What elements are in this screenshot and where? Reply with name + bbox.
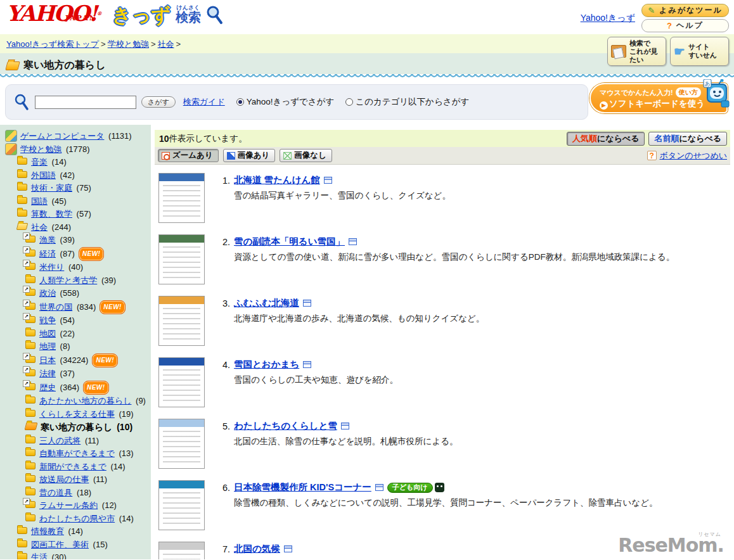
yahoo-kids-link[interactable]: Yahoo!きっず [581,13,635,24]
site-suggest-button[interactable]: ☛ サイトすいせん [670,37,729,66]
sidebar-category-link[interactable]: 昔の道具 [39,488,72,497]
breadcrumb: Yahoo!きっず検索トップ>学校と勉強>社会> [6,39,183,49]
result-thumbnail[interactable] [158,480,205,530]
result-title-link[interactable]: 北海道 雪たんけん館 [234,174,320,186]
button-legend-link[interactable]: ボタンのせつめい [660,150,727,162]
sidebar-category-link[interactable]: 地図 [39,329,56,338]
result-thumbnail[interactable] [158,173,205,223]
no-image-icon [283,152,292,160]
sidebar-category-link[interactable]: 経済 [39,249,56,258]
result-title-link[interactable]: 日本除雪機製作所 KID'Sコーナー [234,481,371,493]
sidebar-category-link[interactable]: 漁業 [39,235,56,245]
thumbnail-header [159,358,204,366]
breadcrumb-link[interactable]: Yahoo!きっず検索トップ [6,39,99,49]
result-number: 4. [216,360,230,370]
result-thumbnail[interactable] [158,234,205,284]
filter-button-no-image[interactable]: 画像なし [280,149,332,162]
sort-button-popularity[interactable]: 人気順にならべる [567,132,645,146]
yomigana-tool-button[interactable]: ✎ よみがなツール [641,4,729,17]
category-count: (244) [49,222,71,232]
sidebar-category-link[interactable]: 地理 [39,341,56,351]
breadcrumb-link[interactable]: 学校と勉強 [108,39,149,49]
thumbnail-text-lines [163,431,200,463]
result-thumbnail[interactable] [158,357,205,407]
radio-search-category[interactable] [345,98,353,106]
result-thumbnail[interactable] [158,296,205,346]
sidebar-category-link[interactable]: 三人の武将 [39,436,80,445]
folder-icon [17,553,27,559]
result-description: 北海道庁や北海道の歩み、北海道の気候、もの知りクイズなど。 [234,313,484,324]
sidebar-category-link[interactable]: 世界の国 [39,302,72,312]
result-title-link[interactable]: 雪国とおかまち [234,359,299,371]
sidebar-category-link[interactable]: 米作り [39,262,64,272]
folder-arrow-icon [25,289,35,296]
sidebar-category-link[interactable]: 技術・家庭 [31,183,72,193]
category-count: (8) [58,341,70,351]
howto-bubble[interactable]: 使い方 [676,87,701,98]
folder-icon [25,449,35,456]
sidebar-category-link[interactable]: 生活 [31,552,48,559]
sidebar-category-link[interactable]: 国語 [31,196,48,206]
result-description: 資源としての雪の使い道、新潟に雪が多い理由など。雪国のくらしに関するPDF教材。… [234,251,674,263]
new-window-icon [324,177,332,184]
sidebar-item: ゲームとコンピュータ (1131) [0,130,151,143]
result-title-link[interactable]: ふむふむ北海道 [234,297,299,309]
sort-button-name[interactable]: 名前順にならべる [648,132,727,146]
sidebar-category-link[interactable]: 歴史 [39,383,56,392]
help-button[interactable]: ? ヘルプ [641,19,729,32]
filter-button-zoom[interactable]: ズームあり [158,149,219,162]
search-guide-link[interactable]: 検索ガイド [183,96,225,108]
sidebar-category-link[interactable]: 戦争 [39,315,56,325]
category-count: (1131) [106,131,131,141]
folder-arrow-icon [25,383,35,390]
sidebar-item: 学校と勉強 (1778) [0,143,151,156]
filter-button-image[interactable]: 画像あり [223,149,276,162]
search-submit-button[interactable]: さがす [141,96,176,108]
sidebar-category-link[interactable]: 算数、数学 [31,209,72,219]
sidebar-category-link[interactable]: 自動車ができるまで [39,449,115,458]
folder-icon [17,540,27,547]
kids-oriented-badge: 子ども向け [387,483,433,493]
category-count: (19) [117,409,134,419]
sidebar-category-link[interactable]: 社会 [31,222,48,232]
search-input[interactable] [35,96,136,109]
category-count: (18) [74,488,91,497]
sidebar-category-link[interactable]: 音楽 [31,157,48,167]
result-title-link[interactable]: わたしたちのくらしと雪 [234,420,337,432]
sidebar-category-link[interactable]: くらしを支える仕事 [39,409,115,419]
radio-search-all-kids[interactable] [236,98,244,106]
letter-icon [611,45,626,58]
sidebar-category-link[interactable]: 人類学と考古学 [39,276,97,285]
category-count: (14) [49,157,67,167]
sidebar-category-link[interactable]: ゲームとコンピュータ [20,131,104,141]
soft-keyboard-banner[interactable]: マウスでかんたん入力! 使い方 ▶ソフトキーボードを使う あ [589,83,728,113]
radio-search-all-kids-label: Yahoo!きっずでさがす [247,96,335,108]
sidebar-category-link[interactable]: 法律 [39,369,56,378]
category-count: (37) [58,369,75,378]
result-thumbnail[interactable] [158,419,205,469]
sidebar-item: 漁業 (39) [0,234,151,247]
breadcrumb-link[interactable]: 社会 [158,39,174,49]
sidebar-category-link[interactable]: 外国語 [31,170,56,180]
result-description: 北国の生活、除雪の仕事などを説明。札幌市役所による。 [234,436,458,447]
question-icon: ? [667,21,673,30]
result-title-link[interactable]: 雪の副読本「明るい雪国」 [234,236,345,248]
kana-chip-text: あ [704,80,710,87]
sidebar-category-link[interactable]: 図画工作、美術 [31,540,89,549]
sidebar-category-link[interactable]: ラムサール条約 [39,500,98,510]
sidebar-category-link[interactable]: 日本 [39,355,56,365]
sidebar-item: 経済 (87)NEW! [0,247,151,262]
sidebar-category-link[interactable]: 放送局の仕事 [39,474,89,484]
category-count: (42) [58,170,75,180]
robot-mascot-icon: あ [702,79,730,108]
search-request-button[interactable]: 検索でこれが見たい [607,37,666,66]
sidebar-category-link[interactable]: 新聞ができるまで [39,462,106,471]
sidebar-category-link[interactable]: 政治 [39,288,56,298]
sidebar-category-link[interactable]: 学校と勉強 [20,144,61,154]
sidebar-category-link[interactable]: あたたかい地方の暮らし [39,396,131,405]
result-thumbnail[interactable] [158,542,205,559]
result-title-link[interactable]: 北国の気候 [234,543,280,555]
sidebar-category-link[interactable]: 情報教育 [31,526,64,536]
sidebar-category-link[interactable]: わたしたちの県や市 [39,514,115,523]
result-description: 除雪機の種類、しくみなどについての説明、工場見学、質問コーナー、ペーパークラフト… [234,497,657,509]
